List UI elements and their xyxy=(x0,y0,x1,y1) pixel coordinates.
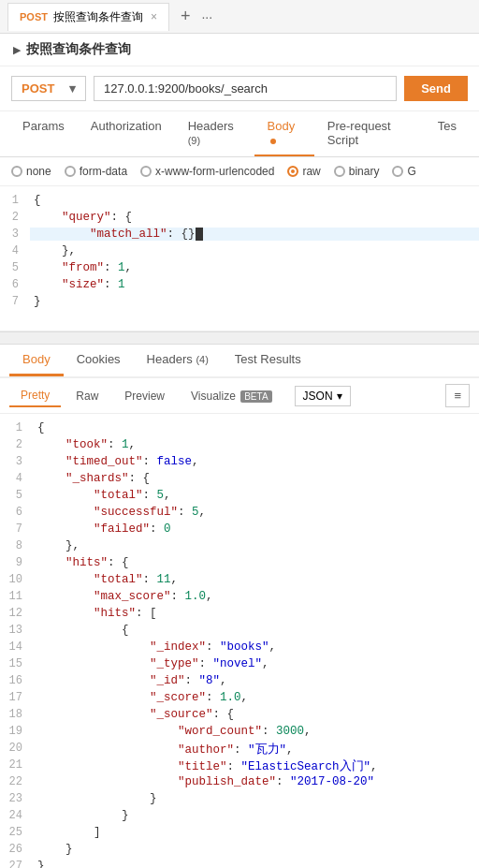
preview-label: Preview xyxy=(124,390,165,403)
resp-line-content: "_score": 1.0, xyxy=(34,691,248,708)
code-line: 2 "query": { xyxy=(0,211,479,228)
resp-line-content: }, xyxy=(34,539,80,556)
tab-headers[interactable]: Headers (9) xyxy=(175,111,254,156)
option-graphql[interactable]: G xyxy=(392,165,415,178)
resp-headers-badge: (4) xyxy=(196,354,208,365)
body-type-options: none form-data x-www-form-urlencoded raw… xyxy=(0,157,479,186)
filter-button[interactable]: ≡ xyxy=(445,384,470,407)
resp-line-content: } xyxy=(34,860,45,868)
resp-code-line: 26 } xyxy=(0,843,479,860)
tab-body[interactable]: Body xyxy=(254,111,314,156)
line-number: 5 xyxy=(0,261,30,274)
resp-line-content: "total": 5, xyxy=(34,489,171,506)
resp-code-line: 1{ xyxy=(0,421,479,438)
visualize-button[interactable]: Visualize BETA xyxy=(180,386,283,406)
resp-code-line: 22 "publish_date": "2017-08-20" xyxy=(0,775,479,792)
resp-tab-body[interactable]: Body xyxy=(9,345,64,376)
response-code-area: 1{2 "took": 1,3 "timed_out": false,4 "_s… xyxy=(0,414,479,868)
tab-authorization[interactable]: Authorization xyxy=(78,111,175,156)
option-binary[interactable]: binary xyxy=(334,165,380,178)
resp-line-number: 8 xyxy=(0,539,34,556)
new-tab-button[interactable]: + xyxy=(173,7,198,26)
resp-line-number: 21 xyxy=(0,758,34,775)
line-number: 3 xyxy=(0,228,30,241)
tab-close-button[interactable]: × xyxy=(151,10,157,23)
tab-method-badge: POST xyxy=(20,11,48,22)
option-raw[interactable]: raw xyxy=(287,165,320,178)
method-select[interactable]: POST ▾ xyxy=(11,76,86,101)
line-content: { xyxy=(30,194,479,207)
option-none-label: none xyxy=(26,165,51,178)
active-tab[interactable]: POST 按照查询条件查询 × xyxy=(7,3,169,31)
resp-line-content: "_source": { xyxy=(34,708,234,725)
resp-line-content: "successful": 5, xyxy=(34,506,206,522)
resp-code-line: 7 "failed": 0 xyxy=(0,522,479,539)
resp-tab-cookies[interactable]: Cookies xyxy=(64,345,134,376)
line-number: 6 xyxy=(0,278,30,291)
resp-line-content: "timed_out": false, xyxy=(34,455,199,472)
line-content: }, xyxy=(30,244,479,257)
resp-line-number: 5 xyxy=(0,489,34,506)
radio-none-icon xyxy=(11,166,22,177)
resp-test-results-label: Test Results xyxy=(235,352,301,366)
resp-line-content: "publish_date": "2017-08-20" xyxy=(34,775,374,792)
resp-code-line: 24 } xyxy=(0,809,479,826)
url-input[interactable] xyxy=(94,76,397,101)
visualize-label: Visualize xyxy=(191,390,236,403)
pretty-button[interactable]: Pretty xyxy=(9,385,61,407)
authorization-tab-label: Authorization xyxy=(91,119,162,133)
option-none[interactable]: none xyxy=(11,165,51,178)
resp-code-line: 5 "total": 5, xyxy=(0,489,479,506)
line-content: } xyxy=(30,295,479,308)
resp-line-content: ] xyxy=(34,826,101,843)
resp-line-number: 22 xyxy=(0,775,34,792)
request-title: 按照查询条件查询 xyxy=(26,41,131,58)
headers-badge: (9) xyxy=(188,135,200,146)
resp-line-number: 7 xyxy=(0,522,34,539)
resp-line-number: 2 xyxy=(0,438,34,455)
resp-code-line: 9 "hits": { xyxy=(0,556,479,573)
raw-button[interactable]: Raw xyxy=(65,386,109,406)
resp-code-line: 19 "word_count": 3000, xyxy=(0,725,479,742)
resp-line-content: "hits": [ xyxy=(34,607,157,624)
params-tab-label: Params xyxy=(22,119,65,133)
code-line: 6 "size": 1 xyxy=(0,278,479,295)
tab-more-button[interactable]: ··· xyxy=(197,9,216,24)
resp-body-label: Body xyxy=(22,352,51,366)
json-format-select[interactable]: JSON ▾ xyxy=(295,386,351,406)
resp-line-number: 14 xyxy=(0,640,34,657)
collapse-arrow-icon[interactable]: ▶ xyxy=(13,44,21,56)
send-button[interactable]: Send xyxy=(404,76,468,101)
resp-line-number: 6 xyxy=(0,506,34,522)
resp-code-line: 17 "_score": 1.0, xyxy=(0,691,479,708)
resp-line-number: 17 xyxy=(0,691,34,708)
preview-button[interactable]: Preview xyxy=(113,386,176,406)
resp-code-line: 20 "author": "瓦力", xyxy=(0,742,479,758)
option-raw-label: raw xyxy=(302,165,320,178)
line-content: "query": { xyxy=(30,211,479,224)
request-code-editor[interactable]: 1{2 "query": {3 "match_all": {}4 },5 "fr… xyxy=(0,186,479,331)
resp-code-line: 12 "hits": [ xyxy=(0,607,479,624)
resp-line-content: "_id": "8", xyxy=(34,674,227,691)
resp-line-content: "max_score": 1.0, xyxy=(34,590,213,607)
tab-pre-request-script[interactable]: Pre-request Script xyxy=(314,111,425,156)
option-binary-label: binary xyxy=(349,165,380,178)
option-form-data[interactable]: form-data xyxy=(65,165,127,178)
resp-line-number: 18 xyxy=(0,708,34,725)
tab-params[interactable]: Params xyxy=(9,111,78,156)
resp-code-line: 13 { xyxy=(0,624,479,640)
tests-tab-label: Tes xyxy=(438,119,457,133)
resp-code-line: 10 "total": 11, xyxy=(0,573,479,590)
resp-tab-headers[interactable]: Headers (4) xyxy=(134,345,222,376)
resp-line-content: "_type": "novel", xyxy=(34,657,269,674)
resp-code-line: 25 ] xyxy=(0,826,479,843)
tab-tests[interactable]: Tes xyxy=(425,111,470,156)
resp-code-line: 27} xyxy=(0,860,479,868)
option-urlencoded[interactable]: x-www-form-urlencoded xyxy=(140,165,274,178)
method-label: POST xyxy=(22,81,54,96)
response-format-bar: Pretty Raw Preview Visualize BETA JSON ▾… xyxy=(0,378,479,414)
resp-line-content: "author": "瓦力", xyxy=(34,742,294,758)
resp-line-content: } xyxy=(34,792,157,809)
resp-tab-test-results[interactable]: Test Results xyxy=(222,345,314,376)
radio-graphql-icon xyxy=(392,166,403,177)
